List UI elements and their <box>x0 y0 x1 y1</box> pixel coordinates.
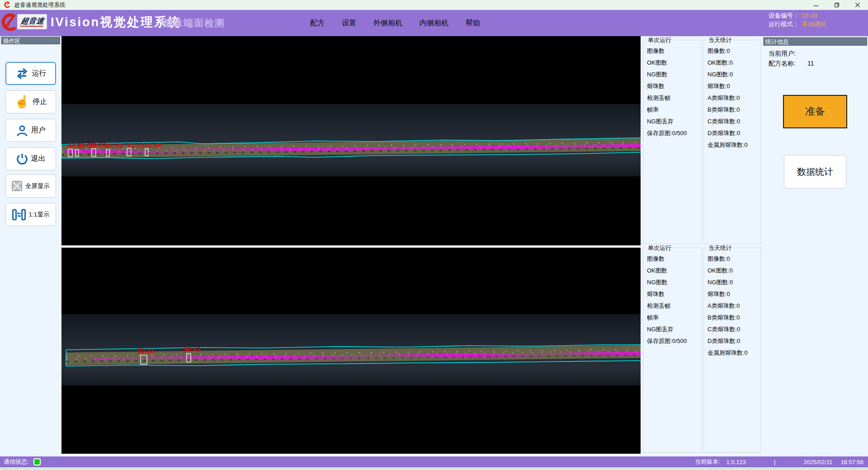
stat-row: NG图数:0 <box>708 71 757 77</box>
measurement-annotation: 41.49 <box>145 141 162 149</box>
measurement-annotation: 53.11 <box>137 347 154 354</box>
group-title: 单次运行 <box>646 36 673 44</box>
one-to-one-icon <box>12 209 26 221</box>
stat-row: NG图数 <box>647 71 698 77</box>
stop-button[interactable]: ☝ 停止 <box>5 90 56 113</box>
brand-swoosh-icon <box>1 11 18 35</box>
stat-row: 检测丢帧 <box>647 303 698 309</box>
stat-row: B类熔珠数:0 <box>708 315 757 320</box>
data-statistics-button[interactable]: 数据统计 <box>784 155 846 188</box>
user-icon <box>16 125 28 136</box>
fullscreen-button[interactable]: 全屏显示 <box>5 174 56 197</box>
stat-row: 熔珠数 <box>647 83 698 89</box>
group-title: 当天统计 <box>707 244 734 252</box>
ready-button[interactable]: 准备 <box>783 95 847 128</box>
run-arrows-icon <box>15 68 29 80</box>
run-mode-label: 运行模式： <box>769 20 799 28</box>
user-button[interactable]: 用户 <box>5 119 56 142</box>
main-menu: 配方 设置 外侧相机 内侧相机 帮助 <box>307 10 483 36</box>
recipe-name-label: 配方名称: <box>769 60 796 68</box>
version-label: 当前版本: <box>695 458 720 466</box>
stat-row: OK图数:0 <box>708 60 757 66</box>
stat-row: 帧率 <box>647 315 698 320</box>
stat-row: C类熔珠数:0 <box>708 326 757 332</box>
minimize-icon <box>813 2 819 8</box>
recipe-name-value: 11 <box>807 60 814 68</box>
one-to-one-button-label: 1:1显示 <box>29 211 50 219</box>
version-info: 当前版本: 1.0.123 | 2025/02/11 16:57:56 <box>695 456 863 467</box>
status-bar: 通信状态: 当前版本: 1.0.123 | 2025/02/11 16:57:5… <box>0 456 868 467</box>
info-panel-title: 统计信息 <box>763 37 867 46</box>
outer-camera-view: 44.39 41.85 39.83 41.49 31.53 41.49 <box>61 36 641 245</box>
comm-status-icon <box>33 458 41 465</box>
stat-row: 检测丢帧 <box>647 95 698 101</box>
daily-stats-group-2: 当天统计 图像数:0 OK图数:0 NG图数:0 熔珠数:0 A类熔珠数:0 B… <box>703 248 761 453</box>
stat-row: NG图丢弃 <box>647 118 698 124</box>
stat-row: 金属屑熔珠数:0 <box>708 142 757 148</box>
app-window: 超音速视觉处理系统 超音速 <box>0 0 868 470</box>
daily-stats-group-1: 当天统计 图像数:0 OK图数:0 NG图数:0 熔珠数:0 A类熔珠数:0 B… <box>703 40 761 244</box>
window-titlebar: 超音速视觉处理系统 <box>0 0 868 10</box>
run-button-label: 运行 <box>32 69 47 78</box>
run-mode-value: 手动调试 <box>802 20 826 28</box>
statistics-info-panel: 统计信息 当前用户: 配方名称: 11 准备 数据统计 <box>763 36 868 456</box>
stat-row: 熔珠数:0 <box>708 83 757 89</box>
exit-button[interactable]: 退出 <box>5 147 56 170</box>
stat-row: 图像数 <box>647 48 698 54</box>
menu-item-inner-camera[interactable]: 内侧相机 <box>417 17 451 30</box>
sidebar-title: 操作区 <box>1 37 60 44</box>
minimize-button[interactable] <box>806 0 826 10</box>
menu-item-help[interactable]: 帮助 <box>463 17 483 30</box>
inner-camera-view: 53.11 56.43 <box>61 248 641 454</box>
hand-pointer-icon: ☝ <box>14 96 30 108</box>
single-run-stats-group-1: 单次运行 图像数 OK图数 NG图数 熔珠数 检测丢帧 帧率 NG图丢弃 保存原… <box>643 40 702 244</box>
fullscreen-icon <box>12 181 22 191</box>
stop-button-label: 停止 <box>33 97 47 107</box>
app-subtitle: 熔珠端面检测 <box>163 17 225 29</box>
stat-row: 图像数:0 <box>708 48 757 54</box>
user-button-label: 用户 <box>31 126 46 135</box>
stat-row: D类熔珠数:0 <box>708 130 757 136</box>
stat-row: OK图数 <box>647 268 698 273</box>
stat-row: 熔珠数 <box>647 291 698 297</box>
operation-sidebar: 操作区 运行 ☝ 停止 用户 退出 <box>0 36 61 456</box>
brand-logo: 超音速 <box>17 14 47 29</box>
one-to-one-button[interactable]: 1:1显示 <box>5 203 56 226</box>
fullscreen-button-label: 全屏显示 <box>25 182 50 190</box>
window-title: 超音速视觉处理系统 <box>14 1 66 9</box>
stat-row: 熔珠数:0 <box>708 291 757 297</box>
brand-swoosh-icon <box>4 1 11 9</box>
restore-icon <box>834 2 840 8</box>
stat-row: 金属屑熔珠数:0 <box>708 350 757 356</box>
window-bottom-edge <box>0 467 868 470</box>
close-button[interactable] <box>847 0 868 10</box>
run-button[interactable]: 运行 <box>5 62 56 85</box>
measurement-annotation: 39.83 <box>90 141 107 149</box>
stat-row: 图像数:0 <box>708 256 757 262</box>
stat-row: 图像数 <box>647 256 698 262</box>
app-title: IVision视觉处理系统 <box>51 14 181 30</box>
stat-row: OK图数:0 <box>708 268 757 273</box>
image-area: 44.39 41.85 39.83 41.49 31.53 41.49 <box>61 36 641 456</box>
group-title: 当天统计 <box>707 36 734 44</box>
separator: | <box>774 459 775 465</box>
menu-item-recipe[interactable]: 配方 <box>307 17 327 30</box>
stat-row: A类熔珠数:0 <box>708 95 757 101</box>
stat-row: 保存原图:0/500 <box>647 130 698 136</box>
stat-row: NG图数 <box>647 279 698 285</box>
restore-button[interactable] <box>826 0 847 10</box>
version-value: 1.0.123 <box>726 459 746 465</box>
menu-item-outer-camera[interactable]: 外侧相机 <box>371 17 405 30</box>
measurement-annotation: 56.43 <box>184 345 201 353</box>
stat-row: NG图丢弃 <box>647 326 698 332</box>
single-run-stats-group-2: 单次运行 图像数 OK图数 NG图数 熔珠数 检测丢帧 帧率 NG图丢弃 保存原… <box>643 248 702 453</box>
stat-row: 保存原图:0/500 <box>647 338 698 344</box>
measurement-annotation: 41.49 <box>106 141 123 149</box>
date-value: 2025/02/11 <box>803 459 832 465</box>
menu-item-settings[interactable]: 设置 <box>339 17 359 30</box>
stat-row: C类熔珠数:0 <box>708 118 757 124</box>
power-icon <box>16 153 28 165</box>
stat-row: 帧率 <box>647 107 698 113</box>
brand-logo-text: 超音速 <box>20 17 44 27</box>
stat-row: OK图数 <box>647 60 698 66</box>
